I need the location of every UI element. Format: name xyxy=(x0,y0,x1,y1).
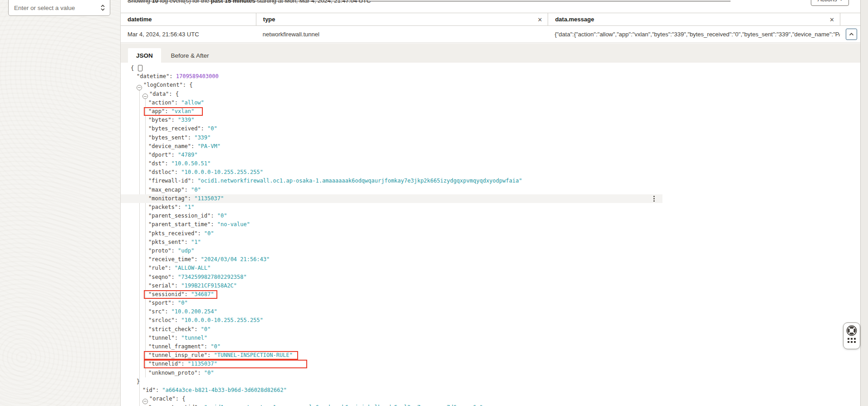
actions-button[interactable]: Actions ▾ xyxy=(811,0,849,6)
json-line-close: } xyxy=(121,377,860,386)
actions-button-clip: Actions ▾ xyxy=(811,0,854,6)
floating-help-widget[interactable] xyxy=(843,322,860,349)
json-line-dport: "dport": "4789" xyxy=(121,151,860,159)
tab-before-after[interactable]: Before & After xyxy=(161,48,219,63)
column-header-type[interactable]: type ✕ xyxy=(256,13,548,25)
json-line-logContent: "logContent": { xyxy=(121,81,860,89)
json-line-tunnel_insp_rule: "tunnel_insp_rule": "TUNNEL-INSPECTION-R… xyxy=(121,351,860,360)
json-line-parent_start_time: "parent_start_time": "no-value" xyxy=(121,220,860,229)
toolbar-divider xyxy=(128,1,731,1)
column-header-datetime[interactable]: datetime xyxy=(121,13,256,25)
log-results-panel: Showing 10 log event(s) for the past 15 … xyxy=(121,0,861,406)
json-tree: {"datetime": 1709589403000"logContent": … xyxy=(121,63,860,406)
log-event-row[interactable]: Mar 4, 2024, 21:56:43 UTC networkfirewal… xyxy=(121,26,860,43)
results-toolbar: Showing 10 log event(s) for the past 15 … xyxy=(121,0,860,13)
page: Enter or select a value Showing 10 log e… xyxy=(0,0,868,406)
json-line-receive_time: "receive_time": "2024/03/04 21:56:43" xyxy=(121,255,860,264)
json-line-tunnel_fragment: "tunnel_fragment": "0" xyxy=(121,342,860,351)
json-line-data: "data": { xyxy=(121,90,860,99)
remove-column-message-icon[interactable]: ✕ xyxy=(829,16,834,22)
filter-value-combobox[interactable]: Enter or select a value xyxy=(8,0,110,16)
row-actions-kebab-icon[interactable] xyxy=(653,196,655,202)
json-line-bytes_received: "bytes_received": "0" xyxy=(121,124,860,133)
json-line-pkts_sent: "pkts_sent": "1" xyxy=(121,238,860,247)
json-line-parent_session_id: "parent_session_id": "0" xyxy=(121,212,860,220)
json-line-bytes: "bytes": "339" xyxy=(121,116,860,124)
json-line-app: "app": "vxlan" xyxy=(121,107,860,116)
json-line-srcloc: "srcloc": "10.0.0.0-10.255.255.255" xyxy=(121,316,860,325)
json-line-rule: "rule": "ALLOW-ALL" xyxy=(121,264,860,272)
json-line-tunnelid: "tunnelid": "1135037" xyxy=(121,360,860,368)
tab-json[interactable]: JSON xyxy=(128,48,161,63)
cell-type: networkfirewall.tunnel xyxy=(256,26,548,42)
json-line-serial: "serial": "199B21CF9158A2C" xyxy=(121,282,860,290)
json-line-tunnel: "tunnel": "tunnel" xyxy=(121,334,860,342)
copy-icon[interactable] xyxy=(138,65,142,71)
detail-tabstrip: JSON Before & After xyxy=(121,43,860,63)
json-line-monitortag: "monitortag": "1135037" xyxy=(121,194,860,203)
json-line-open: { xyxy=(121,64,860,72)
annotation-box-tunnel_insp_rule: "tunnel_insp_rule": "TUNNEL-INSPECTION-R… xyxy=(144,351,298,360)
filter-sidebar: Enter or select a value xyxy=(0,0,121,406)
json-line-firewall-id: "firewall-id": "ocid1.networkfirewall.oc… xyxy=(121,177,860,185)
remove-column-type-icon[interactable]: ✕ xyxy=(538,16,543,22)
json-line-unknown_proto: "unknown_proto": "0" xyxy=(121,369,860,377)
json-line-id: "id": "a664a3ce-b821-4b33-b96d-3d6028d82… xyxy=(121,386,860,395)
json-line-dst: "dst": "10.0.50.51" xyxy=(121,159,860,168)
json-line-sport: "sport": "0" xyxy=(121,299,860,307)
json-detail-body: {"datetime": 1709589403000"logContent": … xyxy=(121,63,860,406)
filter-value-placeholder: Enter or select a value xyxy=(9,1,100,11)
json-line-strict_check: "strict_check": "0" xyxy=(121,325,860,334)
cell-datetime: Mar 4, 2024, 21:56:43 UTC xyxy=(121,26,256,42)
column-header-expand xyxy=(840,13,860,25)
json-line-compartmentid: "compartmentid": "ocid1.compartment.oc1.… xyxy=(121,403,860,406)
annotation-box-sessionid: "sessionid": "34687" xyxy=(144,290,217,299)
json-line-packets: "packets": "1" xyxy=(121,203,860,212)
combobox-stepper-icon[interactable] xyxy=(100,4,105,11)
json-line-action: "action": "allow" xyxy=(121,99,860,107)
column-header-data-message[interactable]: data.message ✕ xyxy=(548,13,840,25)
cell-data-message: {"data":{"action":"allow","app":"vxlan",… xyxy=(548,26,840,42)
json-line-src: "src": "10.0.200.254" xyxy=(121,307,860,316)
json-line-bytes_sent: "bytes_sent": "339" xyxy=(121,134,860,142)
cell-expand xyxy=(840,26,860,42)
caret-down-icon: ▾ xyxy=(840,0,843,2)
json-line-oracle: "oracle": { xyxy=(121,395,860,403)
json-line-device_name: "device_name": "PA-VM" xyxy=(121,142,860,151)
json-line-proto: "proto": "udp" xyxy=(121,247,860,255)
json-line-pkts_received: "pkts_received": "0" xyxy=(121,229,860,238)
collapse-row-button[interactable] xyxy=(846,29,857,40)
annotation-box-tunnelid: "tunnelid": "1135037" xyxy=(144,360,307,368)
lifebuoy-help-icon[interactable] xyxy=(846,325,858,337)
results-table-header: datetime type ✕ data.message ✕ xyxy=(121,13,860,26)
annotation-box-app: "app": "vxlan" xyxy=(144,107,203,116)
app-launcher-dots-icon[interactable] xyxy=(848,338,856,343)
json-line-datetime: "datetime": 1709589403000 xyxy=(121,72,860,81)
json-line-seqno: "seqno": "7342599827802292358" xyxy=(121,273,860,282)
json-line-max_encap: "max_encap": "0" xyxy=(121,186,860,194)
json-line-dstloc: "dstloc": "10.0.0.0-10.255.255.255" xyxy=(121,168,860,177)
json-line-sessionid: "sessionid": "34687" xyxy=(121,290,860,299)
